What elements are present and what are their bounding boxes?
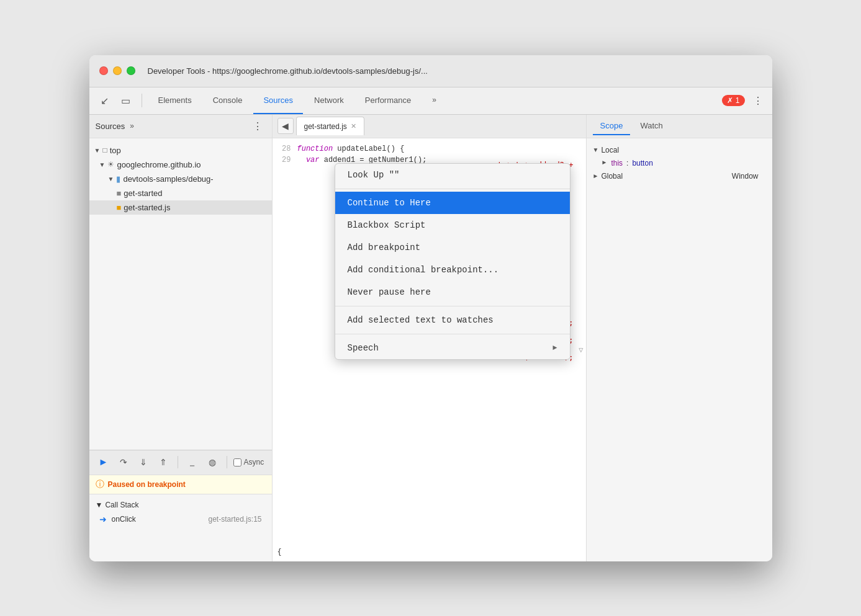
tree-item-folder[interactable]: ▼ ▮ devtools-samples/debug-	[89, 172, 272, 186]
ctx-label-lookup: Look Up ""	[348, 170, 400, 180]
tree-item-domain[interactable]: ▼ ☀ googlechrome.github.io	[89, 158, 272, 172]
line-num-28: 28	[273, 143, 297, 154]
cursor-tool-button[interactable]: ↙	[96, 91, 114, 110]
ctx-label-blackbox: Blackbox Script	[348, 220, 426, 230]
ctx-item-lookup[interactable]: Look Up ""	[335, 164, 570, 186]
scope-this-colon: :	[626, 159, 628, 167]
tree-label-get-started-js: get-started.js	[124, 203, 170, 212]
tab-console[interactable]: Console	[203, 87, 253, 114]
tab-sources[interactable]: Sources	[253, 87, 303, 114]
file-icon-grey: ■	[117, 189, 122, 198]
call-stack-item-onclick[interactable]: ➜ onClick get-started.js:15	[89, 512, 272, 527]
titlebar: Developer Tools - https://googlechrome.g…	[89, 55, 772, 87]
window-title: Developer Tools - https://googlechrome.g…	[148, 66, 762, 76]
scope-global-title: ► Global Window	[587, 169, 772, 183]
previous-edit-button[interactable]: ◀	[277, 118, 294, 134]
tab-network[interactable]: Network	[304, 87, 354, 114]
editor-tab-get-started-js[interactable]: get-started.js ✕	[296, 117, 364, 135]
tab-more-button[interactable]: »	[422, 87, 446, 114]
context-menu: Look Up "" Continue to Here Blackbox Scr…	[335, 163, 570, 360]
async-label: Async	[244, 458, 264, 466]
deactivate-breakpoints-button[interactable]: ⎯	[184, 454, 201, 470]
top-frame-icon: □	[102, 146, 107, 154]
devtools-window: Developer Tools - https://googlechrome.g…	[89, 55, 772, 561]
info-icon: ⓘ	[96, 479, 104, 490]
ctx-item-blackbox[interactable]: Blackbox Script	[335, 214, 570, 236]
scope-local-arrow: ▼	[593, 146, 599, 153]
main-toolbar: ↙ ▭ Elements Console Sources Network Per…	[89, 87, 772, 115]
call-stack-title: ▼ Call Stack	[89, 498, 272, 512]
step-over-button[interactable]: ↷	[115, 454, 132, 470]
error-badge: ✗ 1	[722, 95, 745, 106]
scope-tab-watch[interactable]: Watch	[633, 117, 670, 135]
scope-this-value: button	[632, 159, 652, 167]
ctx-speech-arrow: ►	[552, 344, 557, 352]
tree-item-top[interactable]: ▼ □ top	[89, 143, 272, 158]
minimize-button[interactable]	[113, 66, 122, 75]
call-stack-fn: onClick	[112, 515, 204, 524]
ctx-separator-1	[335, 189, 570, 189]
ctx-item-continue[interactable]: Continue to Here	[335, 192, 570, 214]
tree-arrow-folder: ▼	[108, 176, 114, 182]
scope-local-label: Local	[601, 146, 619, 154]
device-toolbar-button[interactable]: ▭	[117, 91, 135, 110]
traffic-lights	[99, 66, 135, 75]
scope-item-this[interactable]: ► this : button	[587, 157, 772, 169]
tab-elements[interactable]: Elements	[148, 87, 202, 114]
domain-icon: ☀	[107, 160, 114, 169]
tree-arrow-top: ▼	[94, 147, 101, 154]
call-stack-arrow-icon: ➜	[99, 514, 107, 524]
toolbar-divider-1	[142, 94, 142, 107]
debug-controls: ► ↷ ⇓ ⇑ ⎯ ◍ Async	[89, 450, 272, 475]
ctx-label-add-breakpoint: Add breakpoint	[348, 243, 421, 252]
ctx-separator-3	[335, 334, 570, 334]
error-count: 1	[736, 96, 740, 105]
code-editor[interactable]: 28 function updateLabel() { 29 var adden…	[273, 138, 586, 561]
editor-tab-label: get-started.js	[304, 122, 347, 131]
step-out-button[interactable]: ⇑	[155, 454, 171, 470]
scope-this-arrow: ►	[602, 159, 608, 167]
ctx-label-never-pause: Never pause here	[348, 287, 431, 297]
tree-label-folder: devtools-samples/debug-	[123, 174, 213, 184]
code-brace: {	[277, 548, 282, 556]
pause-notice: ⓘ Paused on breakpoint	[89, 475, 272, 494]
close-button[interactable]	[99, 66, 108, 75]
tab-performance[interactable]: Performance	[355, 87, 421, 114]
ctx-label-speech: Speech	[348, 343, 379, 353]
file-icon-yellow: ■	[117, 203, 122, 212]
sidebar-header: Sources » ⋮	[89, 115, 272, 138]
code-line-28: 28 function updateLabel() {	[273, 143, 586, 154]
pause-on-exception-button[interactable]: ◍	[204, 454, 220, 470]
error-icon: ✗	[727, 96, 733, 105]
sidebar-menu-button[interactable]: ⋮	[250, 118, 266, 134]
sidebar-title: Sources	[96, 122, 125, 131]
close-tab-button[interactable]: ✕	[351, 122, 356, 130]
ctx-item-never-pause[interactable]: Never pause here	[335, 281, 570, 303]
scope-tabs: Scope Watch	[587, 115, 772, 138]
ctx-item-conditional[interactable]: Add conditional breakpoint...	[335, 259, 570, 281]
sidebar-more-button[interactable]: »	[130, 122, 134, 130]
folder-icon: ▮	[116, 174, 120, 184]
debug-divider	[178, 456, 178, 468]
resume-button[interactable]: ►	[96, 454, 112, 470]
ctx-item-add-watches[interactable]: Add selected text to watches	[335, 309, 570, 331]
scope-this-key: this	[611, 159, 623, 167]
main-content: Sources » ⋮ ▼ □ top ▼ ☀ googlechrome.git…	[89, 115, 772, 561]
scope-panel: Scope Watch ▼ Local ► this : button ► Gl…	[586, 115, 772, 561]
step-into-button[interactable]: ⇓	[135, 454, 151, 470]
tree-label-get-started: get-started	[124, 189, 162, 198]
tree-item-get-started[interactable]: ■ get-started	[89, 186, 272, 200]
sidebar: Sources » ⋮ ▼ □ top ▼ ☀ googlechrome.git…	[89, 115, 273, 561]
async-checkbox[interactable]	[233, 458, 241, 466]
settings-button[interactable]: ⋮	[750, 92, 766, 109]
tree-item-get-started-js[interactable]: ■ get-started.js	[89, 200, 272, 215]
scroll-indicator[interactable]: ▽	[579, 345, 583, 354]
maximize-button[interactable]	[127, 66, 135, 75]
ctx-item-speech[interactable]: Speech ►	[335, 337, 570, 359]
ctx-label-conditional: Add conditional breakpoint...	[348, 265, 499, 275]
scope-tab-scope[interactable]: Scope	[593, 117, 631, 135]
ctx-label-continue: Continue to Here	[348, 198, 431, 208]
debug-bottom-panel: ► ↷ ⇓ ⇑ ⎯ ◍ Async ⓘ Paused on bre	[89, 450, 272, 561]
toolbar-right: ✗ 1 ⋮	[722, 92, 766, 109]
ctx-item-add-breakpoint[interactable]: Add breakpoint	[335, 236, 570, 259]
